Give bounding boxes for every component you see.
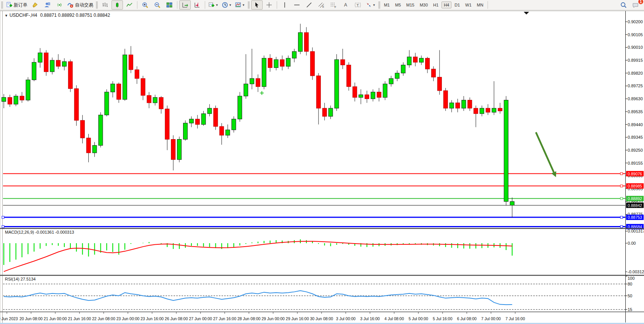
- chart-shift-button[interactable]: [191, 0, 203, 10]
- candle: [56, 60, 61, 66]
- styles-button[interactable]: [29, 0, 41, 10]
- candle: [177, 140, 182, 160]
- price-tick-label: 0.89155: [628, 161, 643, 165]
- panel-divider[interactable]: [0, 275, 644, 276]
- candle: [353, 87, 357, 97]
- date-label: 3 Jul 00:00: [336, 316, 356, 321]
- timeframe-H4[interactable]: H4: [442, 2, 451, 8]
- candle: [111, 84, 115, 92]
- tile-windows-button[interactable]: [164, 0, 175, 10]
- zoom-in-button[interactable]: [139, 0, 151, 10]
- candle: [171, 140, 175, 160]
- tile-windows-icon: [166, 2, 173, 8]
- bar-chart-button[interactable]: [99, 0, 111, 10]
- price-tick-label: 0.90105: [628, 32, 643, 37]
- candle: [492, 108, 496, 112]
- horizontal-line-button[interactable]: [291, 0, 303, 10]
- profiles-button[interactable]: [41, 0, 53, 10]
- date-label: 28 Jun 08:00: [238, 316, 261, 321]
- line-handle[interactable]: [620, 173, 623, 175]
- arrows-button[interactable]: ▼: [364, 0, 377, 10]
- macd-tick-label: 0.001317: [628, 229, 644, 233]
- line-handle[interactable]: [620, 197, 623, 200]
- candle: [92, 145, 97, 153]
- timeframe-M30[interactable]: M30: [418, 2, 430, 8]
- chart-symbol-period: USDCHF-,H4: [10, 13, 37, 18]
- candle: [395, 73, 399, 79]
- toolbar-separator: [137, 1, 137, 9]
- candle: [389, 79, 393, 84]
- timeframe-W1[interactable]: W1: [463, 2, 474, 8]
- date-label: 26 Jun 08:00: [165, 316, 188, 321]
- autotrade-button[interactable]: 自动交易: [66, 0, 94, 10]
- price-tick-label: 0.90010: [628, 45, 643, 50]
- rsi-tick-label: 80: [628, 282, 632, 286]
- channel-button[interactable]: E: [316, 0, 327, 10]
- candle: [68, 62, 72, 89]
- cursor-button[interactable]: [251, 0, 263, 10]
- candle: [86, 138, 91, 153]
- vertical-line-button[interactable]: [279, 0, 290, 10]
- chevron-down-icon: ▼: [229, 3, 232, 7]
- date-label: 20 Jun 08:00: [19, 316, 43, 321]
- indicators-button[interactable]: ▼: [207, 0, 220, 10]
- line-chart-button[interactable]: [124, 0, 135, 10]
- line-handle[interactable]: [620, 216, 623, 218]
- candle: [401, 65, 405, 73]
- date-label: 27 Jun 00:00: [189, 316, 212, 321]
- templates-button[interactable]: ▼: [234, 0, 246, 10]
- line-handle[interactable]: [2, 226, 4, 228]
- candle: [189, 119, 193, 123]
- macd-tick-label: -0.003128: [628, 269, 644, 274]
- panel-divider[interactable]: [0, 228, 644, 229]
- candle: [8, 98, 12, 104]
- text-label-button[interactable]: T: [352, 0, 363, 10]
- candle: [20, 96, 24, 100]
- candle: [359, 95, 363, 97]
- candle: [256, 79, 260, 87]
- zoom-out-button[interactable]: [151, 0, 163, 10]
- timeframe-M1[interactable]: M1: [382, 2, 392, 8]
- timeframe-M5[interactable]: M5: [393, 2, 403, 8]
- line-handle[interactable]: [620, 226, 623, 228]
- chat-button[interactable]: 1: [630, 0, 641, 10]
- crosshair-button[interactable]: [263, 0, 275, 10]
- vertical-line-icon: [281, 2, 288, 8]
- candle: [431, 69, 435, 77]
- line-handle[interactable]: [620, 185, 623, 187]
- price-line-label-text: 0.88985: [628, 184, 642, 188]
- candle: [274, 59, 278, 67]
- search-button[interactable]: [618, 0, 629, 10]
- fibonacci-icon: F: [330, 2, 337, 8]
- candlestick-chart-button[interactable]: [112, 0, 123, 10]
- price-tick-label: 0.89250: [628, 148, 643, 152]
- candle: [262, 58, 266, 87]
- price-line-label-text: 0.89076: [628, 172, 642, 176]
- candle: [250, 79, 254, 84]
- timeframe-MN[interactable]: MN: [475, 2, 486, 8]
- timeframe-D1[interactable]: D1: [452, 2, 462, 8]
- candle: [50, 60, 54, 72]
- fibonacci-button[interactable]: F: [328, 0, 339, 10]
- text-button[interactable]: A: [340, 0, 351, 10]
- line-handle[interactable]: [2, 216, 4, 218]
- candle: [105, 92, 109, 115]
- new-order-button[interactable]: 新订单: [5, 0, 29, 10]
- candle: [437, 77, 442, 90]
- trendline-button[interactable]: [303, 0, 315, 10]
- chart-shift-icon: [194, 2, 201, 8]
- periods-button[interactable]: ▼: [220, 0, 233, 10]
- candle: [195, 119, 199, 124]
- timeframe-H1[interactable]: H1: [431, 2, 441, 8]
- chart-canvas[interactable]: 0.902000.901050.900100.899150.898200.897…: [0, 0, 644, 324]
- autoscroll-icon: [182, 2, 188, 8]
- candle: [310, 51, 314, 76]
- svg-text:A: A: [344, 2, 347, 8]
- date-label: 19 Jun 2023: [0, 316, 18, 321]
- signals-button[interactable]: [54, 0, 65, 10]
- symbol-caret-icon[interactable]: ▼: [5, 14, 8, 18]
- autoscroll-button[interactable]: [179, 0, 191, 10]
- candle: [238, 96, 242, 119]
- timeframe-M15[interactable]: M15: [404, 2, 416, 8]
- candle: [510, 202, 514, 205]
